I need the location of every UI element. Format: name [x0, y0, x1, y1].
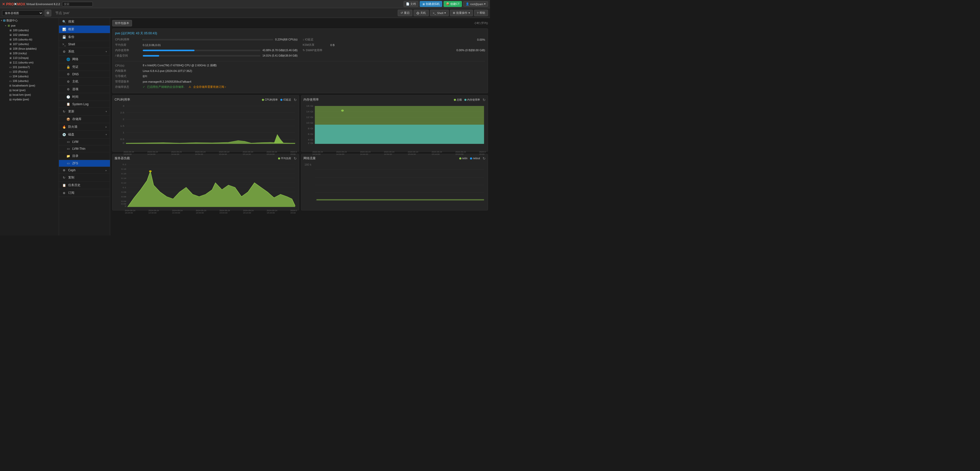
server-view-select[interactable]: 服务器视图	[2, 10, 43, 16]
middle-time[interactable]: 🕐 时间	[59, 93, 110, 101]
sidebar-item-110[interactable]: 🖥 110 (v2raya)	[0, 56, 59, 60]
datacenter-label: 数据中心	[6, 19, 18, 22]
middle-summary[interactable]: 📊 概要	[59, 25, 110, 33]
middle-firewall[interactable]: 🔥 防火墙 ▸	[59, 123, 110, 131]
sidebar-item-datacenter[interactable]: ▾ ⊟ 数据中心	[0, 18, 59, 23]
sidebar-item-100[interactable]: 🖥 100 (ubuntu)	[0, 28, 59, 33]
content-header: 软件包版本 小时 (平均)	[112, 20, 488, 26]
shell-button[interactable]: >_ Shell ▾	[430, 10, 449, 16]
sidebar-item-105[interactable]: 🖥 105 (ubuntu-rb)	[0, 37, 59, 42]
middle-lvm-thin[interactable]: ▭ LVM-Thin	[59, 145, 110, 152]
log-icon: 📋	[66, 102, 70, 106]
middle-storage[interactable]: 📦 存储库	[59, 116, 110, 123]
sidebar-item-109[interactable]: 🖥 109 (rocky)	[0, 51, 59, 56]
bulk-button[interactable]: ⊞ 批量操作 ▾	[450, 10, 473, 16]
middle-network[interactable]: 🌐 网络	[59, 56, 110, 63]
storage-ok-text: 已启用生产就绪的企业存储库.	[147, 85, 185, 89]
middle-dns[interactable]: ⚙ DNS	[59, 71, 110, 78]
sidebar-item-107[interactable]: 🖥 107 (ubuntu)	[0, 42, 59, 46]
middle-host[interactable]: ⚙ 主机	[59, 78, 110, 86]
node-label: 节点 'pve'	[56, 11, 70, 15]
sidebar-item-pve[interactable]: ▾ 🖥 pve	[0, 23, 59, 28]
middle-ceph[interactable]: ⊕ Ceph ▸	[59, 167, 110, 174]
mem-value: 43.88% (6.78 GiB的15.46 GiB)	[262, 49, 298, 52]
sidebar-item-111[interactable]: 🖥 111 (ubuntu-vm)	[0, 60, 59, 65]
middle-subscribe[interactable]: ⊕ 订阅	[59, 189, 110, 197]
cpu-chart-refresh[interactable]: ↻	[294, 98, 297, 102]
middle-backup[interactable]: 💾 备份	[59, 33, 110, 41]
kernel-row: 内核版本 Linux 6.8.4-2-pve (2024-04-10T17:36…	[115, 69, 485, 73]
ksm-label: KSM共享	[303, 43, 328, 47]
help-icon: ?	[477, 11, 479, 14]
middle-system[interactable]: ⚙ 系统 ▾	[59, 48, 110, 56]
ct-label: 103 (Rocky)	[13, 70, 28, 73]
middle-taskhistory[interactable]: 📋 任务历史	[59, 181, 110, 189]
middle-directory[interactable]: 📁 目录	[59, 152, 110, 160]
pkg-button[interactable]: 软件包版本	[112, 20, 132, 26]
io-legend-dot	[280, 99, 282, 101]
mem-progress-fill	[143, 50, 194, 51]
cpu-spec-label: CPU(s)	[115, 64, 141, 67]
network-chart-refresh[interactable]: ↻	[482, 156, 486, 160]
svg-text:12 Gi: 12 Gi	[306, 116, 313, 119]
svg-marker-61	[317, 199, 484, 200]
middle-lvm[interactable]: ▭ LVM	[59, 138, 110, 145]
middle-cert[interactable]: 🔒 凭证	[59, 63, 110, 71]
middle-syslog[interactable]: 📋 System Log	[59, 101, 110, 108]
sidebar-item-mydata[interactable]: ▤ mydata (pve)	[0, 97, 59, 101]
firewall-label: 防火墙	[68, 125, 77, 129]
io-legend-item: IO延迟	[280, 98, 291, 101]
middle-search[interactable]: 🔍 搜索	[59, 18, 110, 25]
mem-chart-refresh[interactable]: ↻	[482, 98, 486, 102]
middle-options[interactable]: ⚙ 选项	[59, 86, 110, 93]
replicate-icon: ↻	[62, 176, 66, 179]
io-value: 0.00%	[477, 38, 485, 41]
vm-icon: 🖥	[9, 33, 12, 36]
storage-icon: 📦	[66, 117, 70, 121]
system-icon: ⚙	[62, 50, 66, 54]
help-button[interactable]: ? 帮助	[474, 10, 488, 16]
middle-zfs[interactable]: ▭ ZFS	[59, 160, 110, 167]
terminal-icon: >_	[433, 11, 436, 14]
sidebar-item-local-lvm[interactable]: ▤ local-lvm (pve)	[0, 92, 59, 97]
netout-legend-label: netout	[473, 157, 480, 160]
load-chart-refresh[interactable]: ↻	[294, 156, 297, 160]
sidebar-item-108[interactable]: 🖥 108 (linux-iptables)	[0, 46, 59, 51]
vm-icon: 🖥	[9, 29, 12, 32]
dir-icon: 📁	[66, 154, 70, 158]
summary-icon: 📊	[62, 28, 66, 31]
svg-marker-15	[274, 134, 284, 143]
sidebar-item-104[interactable]: ▭ 104 (ubuntu)	[0, 74, 59, 79]
netin-legend-label: netin	[462, 157, 468, 160]
doc-button[interactable]: 📄 文档	[404, 1, 418, 7]
host-icon: ⚙	[66, 80, 70, 84]
gear-button[interactable]: ⚙	[45, 10, 51, 16]
create-vm-button[interactable]: 🖥 创建虚拟机	[420, 1, 442, 7]
cpu-progress-fill	[143, 39, 143, 40]
system-label: 系统	[68, 49, 74, 54]
user-button[interactable]: 👤 root@pam ▾	[463, 1, 488, 7]
search-input[interactable]	[62, 2, 93, 6]
ct-label: 106 (ubuntu)	[13, 79, 29, 82]
svg-marker-14	[126, 141, 295, 144]
svg-text:0.2: 0.2	[123, 163, 126, 165]
storage-icon: ▤	[9, 94, 11, 96]
middle-disk[interactable]: 💿 磁盘 ▾	[59, 131, 110, 138]
middle-replicate[interactable]: ↻ 复制	[59, 174, 110, 181]
sidebar-item-102[interactable]: 🖥 102 (debian)	[0, 33, 59, 37]
sidebar-item-101[interactable]: ▭ 101 (centos7)	[0, 65, 59, 69]
task-label: 任务历史	[68, 183, 81, 187]
sidebar-item-103[interactable]: ▭ 103 (Rocky)	[0, 69, 59, 74]
middle-updates[interactable]: ↻ 更新 ▾	[59, 108, 110, 116]
content-area: 软件包版本 小时 (平均) pve (运行时间: 43 天 05:00:43) …	[110, 18, 490, 236]
sidebar-item-106[interactable]: ▭ 106 (ubuntu)	[0, 79, 59, 83]
mem-chart-header: 内存使用率 总额 内存使用率 ↻	[304, 98, 486, 102]
sidebar-item-localnetwork[interactable]: ⊞ localnetwork (pve)	[0, 83, 59, 88]
create-ct-button[interactable]: 📦 创建CT	[444, 1, 462, 7]
manager-value: pve-manager/8.2.2/9355359cd7afbae4	[143, 80, 191, 83]
middle-shell[interactable]: >_ Shell	[59, 41, 110, 48]
shutdown-button[interactable]: ⏻ 关机	[414, 10, 429, 16]
sidebar-item-local[interactable]: ▤ local (pve)	[0, 88, 59, 92]
restart-button[interactable]: ↺ 重启	[398, 10, 412, 16]
kernel-label: 内核版本	[115, 69, 141, 73]
